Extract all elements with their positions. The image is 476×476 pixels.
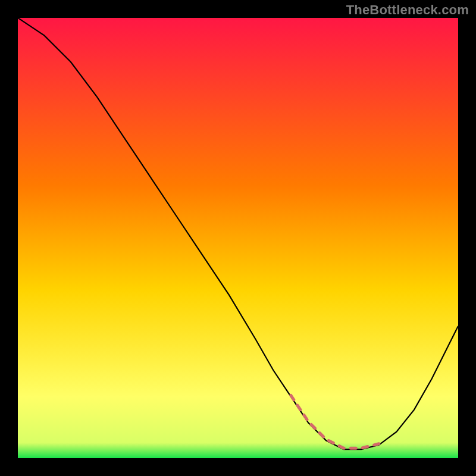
chart-container: TheBottleneck.com	[0, 0, 476, 476]
watermark-text: TheBottleneck.com	[346, 2, 469, 18]
plot-area	[18, 18, 458, 458]
plot-svg	[18, 18, 458, 458]
gradient-background	[18, 18, 458, 458]
